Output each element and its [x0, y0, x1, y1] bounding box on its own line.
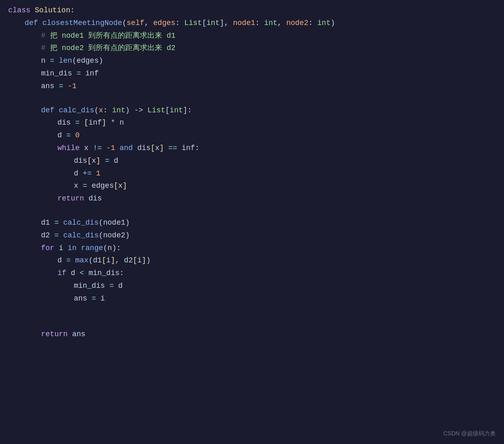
code-line: d += 1: [0, 167, 504, 180]
code-line: d1 = calc_dis(node1): [0, 216, 504, 229]
colon: :: [70, 5, 75, 16]
code-line: for i in range(n):: [0, 242, 504, 255]
code-line: # 把 node1 到所有点的距离求出来 d1: [0, 30, 504, 42]
code-line: return dis: [0, 192, 504, 205]
code-line: d2 = calc_dis(node2): [0, 229, 504, 242]
code-line: ans = i: [0, 292, 504, 305]
code-line: dis = [inf] * n: [0, 116, 504, 129]
code-line: d = max(d1[i], d2[i]): [0, 254, 504, 267]
code-line: # 把 node2 到所有点的距离求出来 d2: [0, 42, 504, 55]
code-line: class Solution:: [0, 4, 504, 17]
code-line: dis[x] = d: [0, 155, 504, 167]
code-line: min_dis = inf: [0, 67, 504, 80]
code-line: while x != -1 and dis[x] == inf:: [0, 142, 504, 155]
func-name: closestMeetingNode: [42, 17, 122, 29]
code-line: min_dis = d: [0, 280, 504, 292]
code-line: def calc_dis(x: int) -> List[int]:: [0, 104, 504, 117]
code-line: return ans: [0, 328, 504, 341]
keyword-def: def: [25, 17, 42, 29]
empty-line: [0, 205, 504, 216]
empty-line: [0, 305, 504, 316]
code-line: n = len(edges): [0, 55, 504, 67]
code-line: if d < min_dis:: [0, 267, 504, 280]
class-name: Solution: [35, 5, 70, 16]
keyword-class: class: [8, 5, 35, 16]
code-line: d = 0: [0, 129, 504, 142]
watermark: CSDN @超级码力奥: [443, 429, 496, 438]
empty-line: [0, 316, 504, 328]
empty-line: [0, 93, 504, 104]
code-line: ans = -1: [0, 80, 504, 93]
code-editor: class Solution: def closestMeetingNode(s…: [0, 0, 504, 444]
code-line: x = edges[x]: [0, 180, 504, 192]
code-line: def closestMeetingNode(self, edges: List…: [0, 17, 504, 30]
